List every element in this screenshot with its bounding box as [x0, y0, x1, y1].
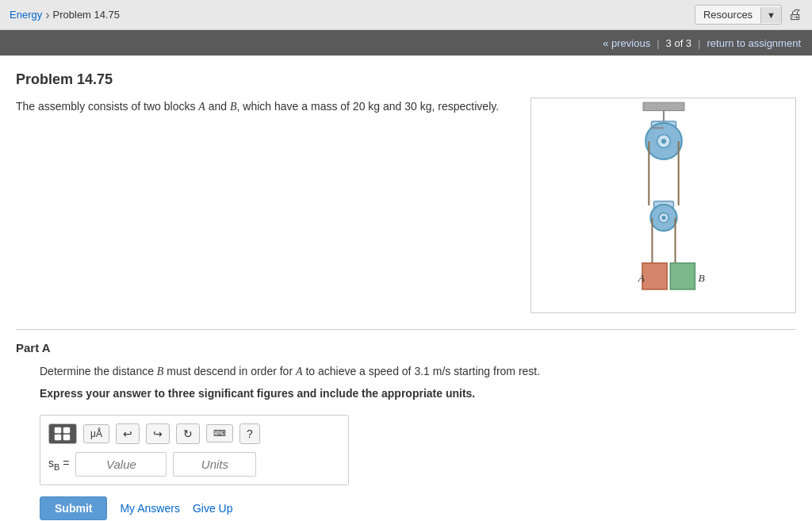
page-info: 3 of 3	[666, 37, 692, 49]
input-label: sB =	[48, 457, 69, 472]
my-answers-link[interactable]: My Answers	[120, 502, 179, 515]
help-button[interactable]: ?	[239, 423, 260, 444]
svg-rect-16	[670, 263, 695, 289]
problem-title: Problem 14.75	[16, 71, 796, 88]
svg-rect-22	[63, 435, 70, 440]
svg-rect-19	[55, 427, 61, 433]
redo-button[interactable]: ↪	[146, 423, 170, 444]
breadcrumb-parent[interactable]: Energy	[10, 9, 42, 21]
svg-text:A: A	[637, 272, 645, 284]
mu-button[interactable]: μÅ	[83, 424, 109, 443]
desc-suffix: , which have a mass of 20	[237, 100, 366, 113]
refresh-button[interactable]: ↻	[176, 423, 200, 444]
diagram-box: A B	[530, 98, 796, 313]
part-a-unit: m/s	[433, 365, 451, 377]
resources-arrow-icon: ▼	[760, 7, 781, 23]
svg-text:B: B	[698, 272, 704, 284]
svg-rect-20	[63, 427, 70, 433]
part-divider	[16, 329, 796, 330]
top-right-controls: Resources ▼ 🖨	[695, 5, 802, 25]
resources-button[interactable]: Resources ▼	[695, 5, 782, 25]
print-button[interactable]: 🖨	[788, 6, 802, 23]
answer-area: μÅ ↩ ↪ ↻ ⌨ ? sB =	[40, 415, 349, 485]
give-up-link[interactable]: Give Up	[193, 502, 233, 515]
breadcrumb: Energy › Problem 14.75	[10, 8, 120, 22]
nav-separator-2: |	[698, 37, 700, 49]
part-a-description: Determine the distance B must descend in…	[40, 362, 796, 404]
part-a-block-a: A	[296, 366, 303, 377]
unit-kg2: kg	[420, 100, 432, 113]
keyboard-button[interactable]: ⌨	[206, 424, 233, 442]
svg-rect-0	[643, 102, 684, 110]
svg-rect-21	[55, 435, 61, 440]
matrix-button[interactable]	[48, 423, 77, 444]
desc-suffix: to achieve a speed of 3.1	[303, 365, 433, 377]
desc-end: , respectively.	[432, 100, 500, 113]
part-a-label: Part A	[16, 341, 796, 354]
value-input[interactable]	[75, 452, 167, 477]
top-bar: Energy › Problem 14.75 Resources ▼ 🖨	[0, 0, 812, 30]
part-a-text: Determine the distance B must descend in…	[40, 362, 796, 381]
previous-link[interactable]: « previous	[603, 37, 650, 49]
pulley-diagram: A B	[541, 98, 787, 312]
main-content: Problem 14.75 The assembly consists of t…	[0, 56, 812, 521]
label-prefix: s	[48, 457, 54, 469]
nav-bar: « previous | 3 of 3 | return to assignme…	[0, 30, 812, 56]
desc-middle: must descend in order for	[163, 365, 296, 377]
nav-separator-1: |	[657, 37, 659, 49]
part-a-instruction: Express your answer to three significant…	[40, 385, 796, 404]
label-suffix: =	[59, 457, 69, 469]
undo-button[interactable]: ↩	[116, 423, 140, 444]
unit-kg1: kg	[368, 100, 380, 113]
breadcrumb-separator: ›	[45, 8, 49, 22]
desc-and2: and 30	[380, 100, 420, 113]
breadcrumb-current: Problem 14.75	[53, 9, 121, 21]
block-b-label: B	[230, 101, 237, 113]
return-to-assignment-link[interactable]: return to assignment	[707, 37, 801, 49]
input-row: sB =	[48, 452, 340, 477]
desc-and: and	[205, 100, 230, 113]
desc-end: starting from rest.	[450, 365, 540, 377]
bottom-row: Submit My Answers Give Up	[40, 496, 796, 520]
units-input[interactable]	[173, 452, 256, 477]
svg-point-5	[661, 139, 665, 144]
problem-description: The assembly consists of two blocks A an…	[16, 98, 515, 313]
svg-point-12	[661, 216, 665, 220]
problem-body: The assembly consists of two blocks A an…	[16, 98, 796, 313]
block-a-label: A	[198, 101, 205, 113]
desc-prefix: The assembly consists of two blocks	[16, 100, 198, 113]
answer-toolbar: μÅ ↩ ↪ ↻ ⌨ ?	[48, 423, 340, 444]
svg-rect-15	[642, 263, 667, 289]
resources-label: Resources	[695, 6, 760, 24]
submit-button[interactable]: Submit	[40, 496, 107, 520]
desc-prefix: Determine the distance	[40, 365, 157, 377]
